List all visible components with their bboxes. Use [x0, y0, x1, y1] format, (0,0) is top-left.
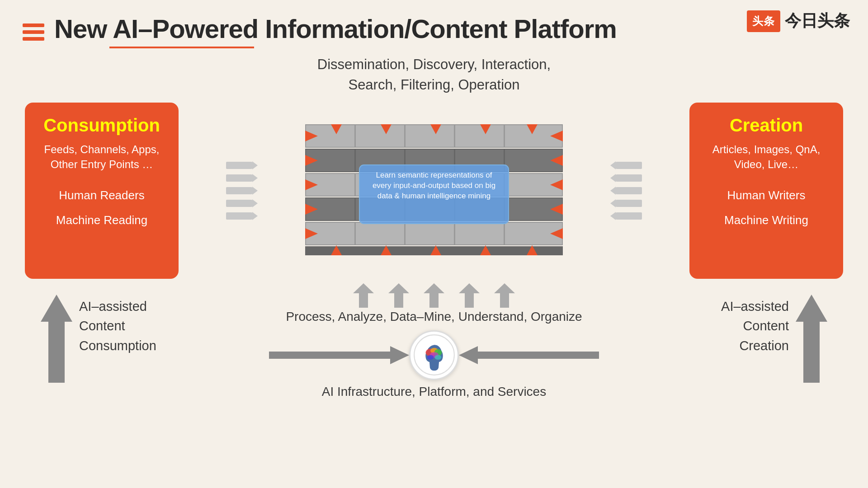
svg-rect-66: [616, 162, 642, 169]
connector-right-5: [610, 212, 642, 220]
svg-rect-68: [616, 174, 642, 182]
svg-rect-8: [226, 212, 252, 220]
right-horiz-arrow: [459, 344, 599, 366]
consumption-title: Consumption: [38, 115, 166, 136]
up-arrow-5: [494, 283, 515, 308]
svg-rect-13: [406, 125, 454, 147]
svg-rect-77: [359, 292, 368, 308]
svg-marker-71: [610, 199, 616, 207]
brain-icon: [409, 330, 459, 380]
top-center-label: Dissemination, Discovery, Interaction,Se…: [25, 55, 843, 95]
connector-left-4: [226, 199, 258, 207]
svg-text:Learn semantic representations: Learn semantic representations of: [376, 171, 492, 179]
up-arrow-3: [424, 283, 444, 308]
svg-rect-2: [226, 174, 252, 182]
menu-icon: [23, 23, 44, 41]
svg-rect-85: [500, 292, 509, 308]
svg-marker-78: [353, 283, 374, 293]
svg-text:data & human intelligence mini: data & human intelligence mining: [377, 192, 491, 200]
svg-marker-96: [459, 346, 478, 364]
svg-marker-99: [796, 295, 827, 322]
right-up-arrow: [793, 292, 830, 383]
svg-marker-86: [494, 283, 515, 293]
svg-text:every input-and-output based o: every input-and-output based on big: [373, 181, 495, 190]
process-label: Process, Analyze, Data–Mine, Understand,…: [286, 310, 582, 324]
svg-rect-6: [226, 200, 252, 207]
svg-marker-84: [459, 283, 480, 293]
svg-marker-1: [252, 161, 258, 169]
svg-marker-73: [610, 212, 616, 220]
svg-rect-36: [356, 223, 404, 244]
svg-rect-83: [465, 292, 474, 308]
svg-rect-81: [429, 292, 439, 308]
svg-marker-80: [388, 283, 409, 293]
logo-text: 今日头条: [785, 10, 850, 32]
creation-title: Creation: [702, 115, 830, 136]
svg-point-94: [427, 355, 434, 360]
svg-marker-9: [252, 212, 258, 220]
connector-left-2: [226, 174, 258, 182]
svg-marker-65: [610, 161, 616, 169]
up-arrow-2: [388, 283, 409, 308]
horiz-arrows-row: [269, 330, 599, 380]
logo-area: 头条 今日头条: [747, 10, 850, 32]
svg-rect-79: [394, 292, 403, 308]
ai-infra-label: AI Infrastructure, Platform, and Service…: [322, 385, 546, 399]
machine-reading-label: Machine Reading: [38, 208, 166, 233]
svg-rect-87: [269, 352, 391, 359]
machine-writing-label: Machine Writing: [702, 208, 830, 233]
connector-right-2: [610, 174, 642, 182]
connector-right-3: [610, 187, 642, 195]
ai-consumption-label: AI–assistedContentConsumption: [75, 283, 156, 356]
up-arrows-row: [353, 283, 515, 308]
connector-left-1: [226, 161, 258, 169]
svg-marker-76: [41, 295, 72, 322]
header: New AI–Powered Information/Content Platf…: [0, 0, 868, 53]
left-horiz-arrow: [269, 344, 409, 366]
svg-rect-4: [226, 187, 252, 194]
svg-rect-38: [455, 223, 504, 244]
svg-rect-37: [406, 223, 454, 244]
consumption-box: Consumption Feeds, Channels, Apps, Other…: [25, 103, 179, 279]
svg-marker-7: [252, 199, 258, 207]
brain-svg: [413, 333, 456, 376]
connector-right-1: [610, 161, 642, 169]
connector-right-4: [610, 199, 642, 207]
left-up-arrow: [38, 292, 75, 383]
svg-rect-98: [803, 319, 820, 383]
svg-rect-97: [477, 352, 599, 359]
svg-rect-74: [616, 212, 642, 220]
svg-rect-72: [616, 200, 642, 207]
page-title: New AI–Powered Information/Content Platf…: [54, 14, 617, 44]
nn-svg: Learn semantic representations of every …: [305, 124, 563, 255]
svg-marker-69: [610, 187, 616, 195]
creation-box: Creation Articles, Images, QnA, Video, L…: [689, 103, 843, 279]
svg-rect-14: [455, 125, 504, 147]
svg-marker-5: [252, 187, 258, 195]
svg-marker-82: [424, 283, 444, 293]
human-writers-label: Human Writers: [702, 183, 830, 208]
up-arrow-4: [459, 283, 480, 308]
svg-point-95: [434, 355, 441, 360]
svg-rect-12: [356, 125, 404, 147]
svg-marker-88: [390, 346, 409, 364]
svg-rect-0: [226, 162, 252, 169]
svg-marker-3: [252, 174, 258, 182]
up-arrow-1: [353, 283, 374, 308]
connector-left-5: [226, 212, 258, 220]
svg-marker-67: [610, 174, 616, 182]
consumption-subtitle: Feeds, Channels, Apps, Other Entry Point…: [38, 142, 166, 172]
connector-left-3: [226, 187, 258, 195]
title-underline: [109, 47, 254, 48]
creation-subtitle: Articles, Images, QnA, Video, Live…: [702, 142, 830, 172]
svg-rect-70: [616, 187, 642, 194]
human-readers-label: Human Readers: [38, 183, 166, 208]
svg-rect-75: [48, 319, 65, 383]
ai-creation-label: AI–assistedContentCreation: [721, 283, 793, 356]
logo-box: 头条: [747, 10, 780, 32]
neural-network-grid: Learn semantic representations of every …: [305, 124, 563, 257]
